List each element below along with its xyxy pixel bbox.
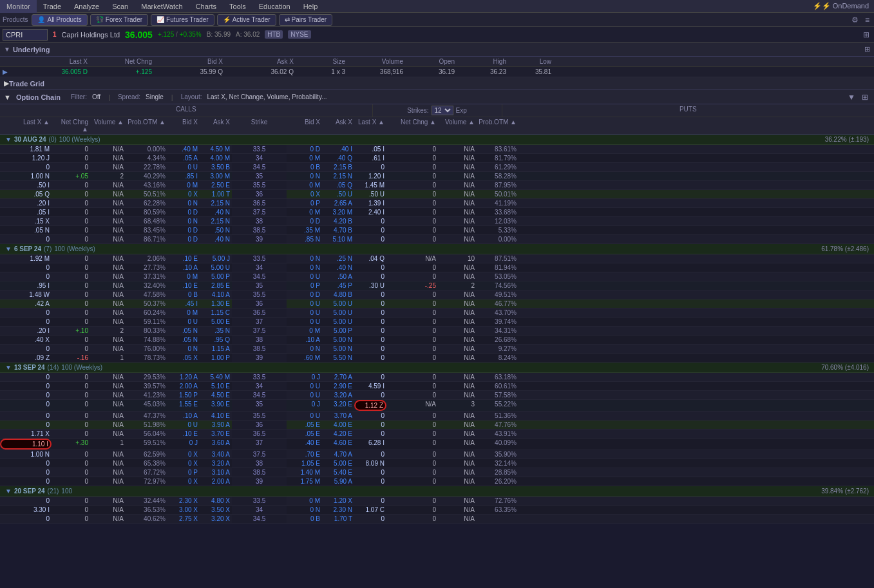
calls-bidx-hdr[interactable]: Bid X — [167, 117, 200, 134]
call-bidx: 0 D — [167, 226, 200, 234]
underlying-expand[interactable]: ▶ — [0, 67, 19, 77]
filter-value[interactable]: Off — [92, 93, 100, 100]
calls-probotm-hdr[interactable]: Prob.OTM ▲ — [126, 117, 167, 134]
option-row[interactable]: 0 0 N/A 76.00% 0 N 1.15 A 38.5 0 N 5.00 … — [0, 345, 874, 354]
puts-volume-hdr[interactable]: Volume ▲ — [438, 117, 477, 134]
calls-lastx-hdr[interactable]: Last X ▲ — [0, 117, 52, 134]
menu-button[interactable]: ≡ — [863, 15, 871, 24]
option-row[interactable]: .20 I 0 N/A 62.28% 0 N 2.15 N 36.5 0 P 2… — [0, 199, 874, 208]
nav-monitor[interactable]: Monitor — [0, 0, 37, 13]
option-row[interactable]: 0 0 N/A 41.23% 1.50 P 4.50 E 34.5 0 U 3.… — [0, 391, 874, 400]
option-chain-scroll[interactable]: CALLS Strikes: 12 20 All Exp PUTS Last X… — [0, 104, 874, 524]
option-row[interactable]: 0 0 N/A 86.71% 0 D .40 N 39 .85 N 5.10 M… — [0, 235, 874, 244]
nav-tools[interactable]: Tools — [223, 0, 252, 13]
call-netchng: 0 — [52, 181, 90, 189]
option-row[interactable]: 0 0 N/A 45.03% 1.55 E 3.90 E 35 0 J 3.20… — [0, 400, 874, 412]
option-row[interactable]: 1.00 N +.05 2 40.29% .85 I 3.00 M 35 0 N… — [0, 172, 874, 181]
spread-value[interactable]: Single — [146, 93, 164, 100]
option-row[interactable]: 0 0 N/A 60.24% 0 M 1.15 C 36.5 0 U 5.00 … — [0, 308, 874, 318]
expiry-weeklys: 100 (Weeklys) — [54, 245, 95, 252]
option-row[interactable]: 1.92 M 0 N/A 2.06% .10 E 5.00 J 33.5 0 N… — [0, 254, 874, 263]
ticker-input[interactable] — [3, 29, 48, 41]
option-row[interactable]: 0 0 N/A 32.44% 2.30 X 4.80 X 33.5 0 M 1.… — [0, 497, 874, 506]
option-row[interactable]: .15 X 0 N/A 68.48% 0 N 2.15 N 38 0 D 4.2… — [0, 217, 874, 226]
option-row[interactable]: .50 I 0 N/A 43.16% 0 M 2.50 E 35.5 0 M .… — [0, 181, 874, 190]
put-askx: 5.00 E — [322, 459, 354, 468]
put-lastx: 1.20 I — [354, 172, 386, 180]
put-lastx: 0 — [354, 299, 386, 308]
oc-expand-btn[interactable]: ⊞ — [860, 93, 870, 102]
nav-analyze[interactable]: Analyze — [68, 0, 106, 13]
forex-trader-btn[interactable]: 💱 Forex Trader — [90, 14, 148, 26]
option-row[interactable]: 0 0 N/A 51.98% 0 U 3.90 A 36 .05 E 4.00 … — [0, 421, 874, 430]
expiry-row[interactable]: ▼ 6 SEP 24 (7) 100 (Weeklys) 61.78% (±2.… — [0, 244, 874, 254]
puts-netchng-hdr[interactable]: Net Chng ▲ — [386, 117, 438, 134]
strike-hdr[interactable]: Strike — [232, 117, 287, 134]
nav-scan[interactable]: Scan — [106, 0, 135, 13]
option-row[interactable]: .05 N 0 N/A 83.45% 0 D .50 N 38.5 .35 M … — [0, 226, 874, 235]
expiry-row[interactable]: ▼ 30 AUG 24 (0) 100 (Weeklys) 36.22% (±.… — [0, 135, 874, 145]
nav-marketwatch[interactable]: MarketWatch — [135, 0, 189, 13]
underlying-section: ▼ Underlying ⊞ Last X Net Chng Bid X Ask… — [0, 43, 874, 77]
option-row[interactable]: .05 Q 0 N/A 50.51% 0 X 1.00 T 36 0 X .50… — [0, 190, 874, 199]
nav-education[interactable]: Education — [252, 0, 297, 13]
option-row[interactable]: 1.20 J 0 N/A 4.34% .05 A 4.00 M 34 0 M .… — [0, 154, 874, 163]
put-probotm: 51.36% — [477, 412, 518, 420]
option-row[interactable]: 0 0 N/A 37.31% 0 M 5.00 P 34.5 0 U .50 A… — [0, 272, 874, 281]
option-row[interactable]: .95 I 0 N/A 32.40% .10 E 2.85 E 35 0 P .… — [0, 281, 874, 290]
option-row[interactable]: .42 A 0 N/A 50.37% .45 I 1.30 E 36 0 U 5… — [0, 299, 874, 308]
option-row[interactable]: 1.71 X 0 N/A 56.04% .10 E 3.70 E 36.5 .0… — [0, 430, 874, 439]
oc-chevron[interactable]: ▼ — [4, 93, 11, 101]
option-row[interactable]: 0 0 N/A 72.97% 0 X 2.00 A 39 1.75 M 5.90… — [0, 477, 874, 486]
calls-netchng-hdr[interactable]: Net Chng ▲ — [52, 117, 90, 134]
ondemand-btn[interactable]: ⚡ ⚡ OnDemand — [813, 2, 874, 10]
calls-volume-hdr[interactable]: Volume ▲ — [90, 117, 126, 134]
option-row[interactable]: .05 I 0 N/A 80.59% 0 D .40 N 37.5 0 M 3.… — [0, 208, 874, 217]
call-lastx: 1.48 W — [0, 290, 52, 299]
call-bidx: 2.30 X — [167, 497, 200, 505]
option-row[interactable]: .09 Z -.16 1 78.73% .05 X 1.00 P 39 .60 … — [0, 354, 874, 363]
call-askx: 2.50 E — [200, 181, 232, 189]
strike: 35 — [232, 172, 287, 180]
underlying-header[interactable]: ▼ Underlying ⊞ — [0, 43, 874, 57]
option-row[interactable]: 0 0 N/A 29.53% 1.20 A 5.40 M 33.5 0 J 2.… — [0, 373, 874, 382]
put-askx: 2.90 E — [322, 382, 354, 390]
option-row[interactable]: 0 0 N/A 59.11% 0 U 5.00 E 37 0 U 5.00 U … — [0, 318, 874, 327]
option-row[interactable]: 0 0 N/A 27.73% .10 A 5.00 U 34 0 N .40 N… — [0, 263, 874, 272]
oc-filter-btn[interactable]: ▼ — [846, 93, 857, 102]
expand-icon[interactable]: ⊞ — [864, 45, 870, 53]
active-trader-btn[interactable]: ⚡ Active Trader — [217, 14, 276, 26]
strikes-select[interactable]: 12 20 All — [432, 106, 453, 115]
nav-charts[interactable]: Charts — [189, 0, 223, 13]
option-row[interactable]: 1.81 M 0 N/A 0.00% .40 M 4.50 M 33.5 0 D… — [0, 145, 874, 154]
option-row[interactable]: 0 0 N/A 65.38% 0 X 3.20 A 38 1.05 E 5.00… — [0, 459, 874, 468]
option-row[interactable]: 0 0 N/A 22.78% 0 U 3.50 B 34.5 0 B 2.15 … — [0, 163, 874, 172]
option-row[interactable]: .40 X 0 N/A 74.88% .05 N .95 Q 38 .10 A … — [0, 336, 874, 345]
option-row[interactable]: 3.30 I 0 N/A 36.53% 3.00 X 3.50 X 34 0 N… — [0, 506, 874, 515]
option-row[interactable]: 0 0 N/A 47.37% .10 A 4.10 E 35.5 0 U 3.7… — [0, 412, 874, 421]
ticker-settings-btn[interactable]: ⊞ — [861, 30, 871, 39]
calls-askx-hdr[interactable]: Ask X — [200, 117, 232, 134]
option-row[interactable]: 1.10 I +.30 1 59.51% 0 J 3.60 A 37 .40 E… — [0, 439, 874, 450]
expiry-row[interactable]: ▼ 13 SEP 24 (14) 100 (Weeklys) 70.60% (±… — [0, 363, 874, 373]
puts-bidx-hdr[interactable]: Bid X — [287, 117, 322, 134]
expiry-row[interactable]: ▼ 20 SEP 24 (21) 100 39.84% (±2.762) — [0, 486, 874, 497]
nav-trade[interactable]: Trade — [37, 0, 68, 13]
call-askx: 4.50 M — [200, 145, 232, 153]
option-row[interactable]: 0 0 N/A 39.57% 2.00 A 5.10 E 34 0 U 2.90… — [0, 382, 874, 391]
option-row[interactable]: 0 0 N/A 40.62% 2.75 X 3.20 X 34.5 0 B 1.… — [0, 515, 874, 524]
option-row[interactable]: .20 I +.10 2 80.33% .05 N .35 N 37.5 0 M… — [0, 327, 874, 336]
puts-probotm-hdr[interactable]: Prob.OTM ▲ — [477, 117, 518, 134]
all-products-btn[interactable]: 👤 All Products — [32, 14, 87, 26]
option-row[interactable]: 1.00 N 0 N/A 62.59% 0 X 3.40 A 37.5 .70 … — [0, 450, 874, 459]
pairs-trader-btn[interactable]: ⇄ Pairs Trader — [279, 14, 332, 26]
puts-askx-hdr[interactable]: Ask X — [322, 117, 354, 134]
option-row[interactable]: 0 0 N/A 67.72% 0 P 3.10 A 38.5 1.40 M 5.… — [0, 468, 874, 477]
nav-help[interactable]: Help — [297, 0, 325, 13]
settings-button[interactable]: ⚙ — [850, 15, 860, 24]
trade-grid-header[interactable]: ▶ Trade Grid — [0, 77, 874, 90]
puts-lastx-hdr[interactable]: Last X ▲ — [354, 117, 386, 134]
futures-trader-btn[interactable]: 📈 Futures Trader — [151, 14, 214, 26]
option-row[interactable]: 1.48 W 0 N/A 47.58% 0 B 4.10 A 35.5 0 D … — [0, 290, 874, 299]
layout-value[interactable]: Last X, Net Change, Volume, Probability.… — [207, 93, 327, 100]
